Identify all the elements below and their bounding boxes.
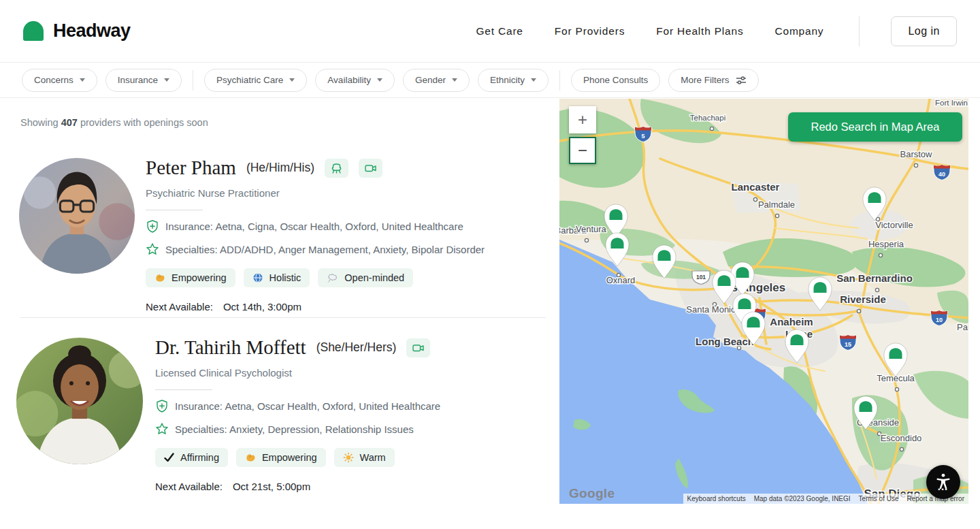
shield-plus-icon: [155, 399, 169, 413]
results-count: Showing 407 providers with openings soon: [20, 117, 208, 128]
personality-tags: Empowering Holistic Open-minded: [146, 268, 550, 287]
filter-more-filters[interactable]: More Filters: [668, 69, 758, 92]
login-button[interactable]: Log in: [891, 16, 957, 46]
filter-concerns[interactable]: Concerns: [22, 69, 97, 92]
map-panel[interactable]: Fort IrwinTehachapiBarstowLancasterPalmd…: [559, 99, 968, 504]
map-attribution: Keyboard shortcuts Map data ©2023 Google…: [683, 494, 968, 504]
tag-warm: Warm: [334, 448, 395, 467]
svg-text:5: 5: [641, 133, 644, 140]
sliders-icon: [736, 76, 747, 85]
thought-bubble-icon: [327, 272, 338, 283]
tag-empowering: Empowering: [236, 448, 326, 467]
zoom-out-button[interactable]: −: [569, 137, 596, 164]
sun-icon: [343, 452, 354, 463]
accessibility-dots: •••: [938, 488, 948, 491]
map-city-label: Tehachapi: [690, 114, 725, 122]
filter-phone-consults[interactable]: Phone Consults: [571, 69, 660, 92]
nav-company[interactable]: Company: [774, 25, 823, 37]
keyboard-shortcuts-link[interactable]: Keyboard shortcuts: [683, 494, 750, 504]
provider-photo[interactable]: [16, 338, 143, 464]
provider-credential: Licensed Clinical Psychologist: [155, 367, 551, 379]
provider-credential: Psychiatric Nurse Practitioner: [146, 187, 550, 199]
in-person-chip: [325, 159, 348, 178]
headway-logo[interactable]: Headway: [23, 20, 131, 42]
filter-ethnicity[interactable]: Ethnicity: [478, 69, 549, 92]
provider-photo-illustration: [19, 158, 135, 274]
specialties-row: Specialties: Anxiety, Depression, Relati…: [155, 422, 551, 436]
personality-tags: Affirming Empowering Warm: [155, 448, 551, 467]
filter-divider: [193, 70, 193, 91]
map-city-label: Santa Monica: [686, 304, 740, 315]
nav-for-providers[interactable]: For Providers: [555, 25, 625, 37]
tag-open-minded: Open-minded: [318, 268, 413, 287]
video-camera-icon: [412, 342, 425, 353]
insurance-text: Insurance: Aetna, Cigna, Oscar Health, O…: [165, 221, 463, 232]
map-city-label: Lancaster: [732, 181, 780, 193]
map-city-label: Long Beach: [696, 336, 754, 347]
main-nav: Get Care For Providers For Health Plans …: [476, 16, 957, 46]
provider-photo-illustration: [16, 338, 143, 464]
provider-name[interactable]: Dr. Tahirih Moffett: [155, 336, 306, 359]
map-data-text: Map data ©2023 Google, INEGI: [750, 494, 855, 504]
filter-psychiatric-care[interactable]: Psychiatric Care: [204, 69, 307, 92]
insurance-text: Insurance: Aetna, Oscar Health, Oxford, …: [175, 400, 440, 412]
svg-text:10: 10: [936, 317, 943, 323]
star-icon: [146, 242, 159, 256]
insurance-row: Insurance: Aetna, Cigna, Oscar Health, O…: [146, 219, 550, 234]
map-city-label: Escondido: [881, 433, 922, 443]
svg-text:101: 101: [696, 274, 706, 280]
map-zoom-control: + −: [569, 106, 596, 164]
redo-search-button[interactable]: Redo Search in Map Area: [788, 112, 962, 142]
provider-card[interactable]: Dr. Tahirih Moffett (She/Her/Hers) Licen…: [16, 336, 551, 492]
map-canvas[interactable]: Fort IrwinTehachapiBarstowLancasterPalmd…: [559, 99, 968, 504]
card-divider: [20, 317, 546, 318]
nav-get-care[interactable]: Get Care: [476, 25, 523, 37]
shield-plus-icon: [146, 219, 159, 234]
filter-insurance[interactable]: Insurance: [105, 69, 182, 92]
tag-holistic: Holistic: [244, 268, 310, 287]
map-city-label: Anaheim: [770, 316, 813, 327]
insurance-row: Insurance: Aetna, Oscar Health, Oxford, …: [155, 399, 551, 413]
svg-text:40: 40: [938, 171, 945, 178]
star-icon: [155, 422, 169, 436]
map-city-label: Riverside: [840, 293, 886, 305]
video-chip: [406, 338, 430, 357]
top-header: Headway Get Care For Providers For Healt…: [0, 0, 980, 63]
provider-card[interactable]: Peter Pham (He/Him/His) Psychiatric Nurs…: [19, 157, 550, 312]
specialties-row: Specialties: ADD/ADHD, Anger Management,…: [146, 242, 550, 256]
nav-for-health-plans[interactable]: For Health Plans: [656, 25, 743, 37]
map-city-label: Hesperia: [868, 239, 904, 249]
next-available-value: Oct 14th, 3:00pm: [223, 301, 301, 312]
provider-photo[interactable]: [19, 158, 135, 274]
chevron-down-icon: [531, 78, 536, 82]
provider-name[interactable]: Peter Pham: [146, 157, 236, 179]
filter-gender[interactable]: Gender: [403, 69, 470, 92]
map-city-label: Ventura: [576, 224, 607, 234]
map-city-label: Fort Irwin: [935, 99, 968, 107]
divider: [155, 389, 212, 390]
chair-icon: [330, 162, 343, 174]
map-city-label: Barstow: [900, 149, 933, 159]
zoom-in-button[interactable]: +: [569, 106, 596, 133]
next-available-row: Next Available: Oct 21st, 5:00pm: [155, 481, 551, 492]
next-available-row: Next Available: Oct 14th, 3:00pm: [146, 301, 550, 312]
nav-divider: [859, 16, 860, 46]
filter-availability[interactable]: Availability: [315, 69, 395, 92]
next-available-label: Next Available:: [146, 301, 213, 312]
chevron-down-icon: [452, 78, 457, 82]
chevron-down-icon: [80, 78, 85, 82]
map-city-label: Victorville: [875, 220, 913, 230]
specialties-text: Specialties: ADD/ADHD, Anger Management,…: [165, 244, 485, 255]
tag-empowering: Empowering: [146, 268, 235, 287]
video-chip: [359, 159, 382, 178]
tag-affirming: Affirming: [155, 448, 228, 467]
globe-icon: [252, 272, 263, 283]
provider-pronouns: (She/Her/Hers): [316, 340, 397, 355]
video-camera-icon: [364, 163, 377, 174]
map-city-label: Palmdale: [758, 199, 795, 210]
accessibility-widget-button[interactable]: •••: [926, 465, 960, 499]
checkmark-icon: [164, 453, 174, 462]
terms-link[interactable]: Terms of Use: [855, 494, 903, 504]
google-logo: Google: [569, 486, 615, 501]
map-city-label: San Bernardino: [836, 272, 913, 284]
